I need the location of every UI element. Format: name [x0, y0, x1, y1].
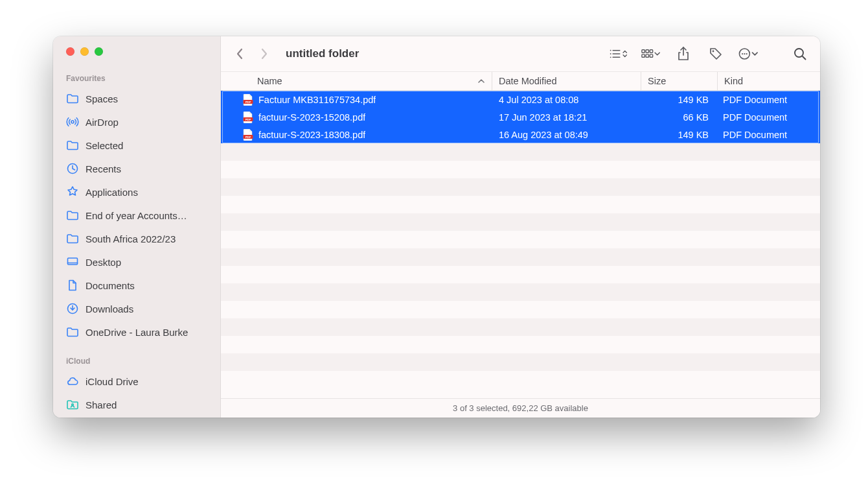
sidebar-item[interactable]: AirDrop [53, 110, 220, 134]
svg-rect-14 [646, 50, 648, 53]
sidebar-item[interactable]: Selected [53, 134, 220, 157]
pdf-file-icon: PDF [243, 129, 253, 141]
file-size: 149 KB [678, 95, 709, 105]
tags-button[interactable] [706, 44, 725, 64]
svg-line-26 [803, 56, 806, 60]
column-kind-label: Kind [724, 76, 743, 86]
sidebar-item[interactable]: Spaces [53, 87, 220, 110]
column-date-modified[interactable]: Date Modified [492, 72, 641, 90]
empty-row [221, 283, 820, 301]
share-button[interactable] [674, 44, 693, 64]
actions-menu-button[interactable] [738, 44, 758, 64]
status-text: 3 of 3 selected, 692,22 GB available [453, 403, 588, 413]
cloud-icon [66, 375, 79, 388]
sidebar-item[interactable]: South Africa 2022/23 [53, 227, 220, 250]
minimize-window-button[interactable] [80, 47, 89, 56]
empty-row [221, 353, 820, 371]
file-name: Factuur MKB311675734.pdf [258, 95, 376, 105]
svg-text:PDF: PDF [246, 100, 251, 103]
sidebar-section-label: iCloud [53, 354, 220, 370]
file-size: 149 KB [678, 130, 709, 140]
apps-icon [66, 185, 79, 198]
svg-point-22 [742, 53, 743, 54]
sidebar-item[interactable]: Recents [53, 157, 220, 180]
sidebar-section-label: Favourites [53, 71, 220, 87]
file-name: factuur-S-2023-18308.pdf [258, 130, 365, 140]
column-size-label: Size [648, 76, 666, 86]
sidebar: FavouritesSpacesAirDropSelectedRecentsAp… [53, 36, 221, 418]
sidebar-item[interactable]: iCloud Drive [53, 370, 220, 393]
desktop-icon [66, 255, 79, 268]
svg-rect-13 [642, 50, 645, 53]
folder-icon [66, 139, 79, 152]
file-name: factuur-S-2023-15208.pdf [258, 112, 365, 123]
svg-point-0 [71, 121, 74, 123]
sidebar-item-label: iCloud Drive [86, 376, 211, 387]
svg-point-24 [746, 53, 748, 54]
download-icon [66, 302, 79, 315]
file-list[interactable]: PDF Factuur MKB311675734.pdf 4 Jul 2023 … [221, 91, 820, 398]
sidebar-item-label: Selected [86, 140, 211, 151]
file-row[interactable]: PDF Factuur MKB311675734.pdf 4 Jul 2023 … [221, 91, 820, 108]
search-button[interactable] [790, 44, 810, 64]
sidebar-item[interactable]: Shared [53, 393, 220, 416]
file-date: 4 Jul 2023 at 08:08 [499, 95, 578, 105]
sidebar-item-label: Spaces [86, 93, 211, 104]
sidebar-item-label: Shared [86, 399, 211, 410]
empty-row [221, 301, 820, 318]
shared-icon [66, 398, 79, 411]
column-header: Name Date Modified Size Kind [221, 71, 820, 91]
svg-rect-16 [642, 54, 645, 57]
empty-row [221, 318, 820, 336]
file-row[interactable]: PDF factuur-S-2023-18308.pdf 16 Aug 2023… [221, 126, 820, 143]
svg-rect-15 [650, 50, 652, 53]
sidebar-item-label: Desktop [86, 257, 211, 268]
group-by-button[interactable] [641, 44, 661, 64]
svg-point-23 [744, 53, 745, 54]
sort-ascending-icon [477, 78, 485, 84]
sidebar-item-label: End of year Accounts… [86, 210, 211, 221]
back-button[interactable] [230, 44, 249, 64]
sidebar-item[interactable]: Documents [53, 274, 220, 297]
svg-point-7 [610, 50, 611, 51]
folder-icon [66, 92, 79, 105]
folder-icon [66, 232, 79, 245]
window-controls [53, 47, 220, 56]
file-row[interactable]: PDF factuur-S-2023-15208.pdf 17 Jun 2023… [221, 108, 820, 126]
zoom-window-button[interactable] [95, 47, 103, 56]
view-mode-button[interactable] [609, 44, 628, 64]
column-name[interactable]: Name [221, 72, 492, 90]
doc-icon [66, 279, 79, 292]
empty-row [221, 336, 820, 353]
pdf-file-icon: PDF [243, 112, 253, 123]
svg-rect-18 [650, 54, 652, 57]
file-kind: PDF Document [723, 95, 787, 105]
sidebar-item[interactable]: End of year Accounts… [53, 204, 220, 227]
empty-row [221, 196, 820, 213]
sidebar-item-label: Documents [86, 280, 211, 291]
svg-rect-2 [68, 258, 78, 265]
forward-button[interactable] [255, 44, 274, 64]
column-date-label: Date Modified [499, 76, 556, 86]
column-kind[interactable]: Kind [718, 72, 820, 90]
svg-point-20 [713, 51, 714, 53]
sidebar-item[interactable]: Applications [53, 180, 220, 204]
file-kind: PDF Document [723, 112, 787, 123]
folder-icon [66, 325, 79, 338]
file-size: 66 KB [683, 112, 709, 123]
sidebar-item[interactable]: OneDrive - Laura Burke [53, 320, 220, 344]
sidebar-item[interactable]: Desktop [53, 250, 220, 274]
empty-row [221, 213, 820, 231]
close-window-button[interactable] [66, 47, 74, 56]
svg-point-25 [795, 49, 803, 57]
sidebar-item-label: Downloads [86, 303, 211, 314]
sidebar-item-label: Recents [86, 163, 211, 174]
sidebar-item[interactable]: Downloads [53, 297, 220, 320]
folder-icon [66, 209, 79, 222]
sidebar-item-label: OneDrive - Laura Burke [86, 327, 211, 338]
main-pane: untitled folder [221, 36, 820, 418]
file-date: 17 Jun 2023 at 18:21 [499, 112, 587, 123]
toolbar-actions [609, 44, 758, 64]
svg-text:PDF: PDF [246, 135, 251, 138]
column-size[interactable]: Size [641, 72, 718, 90]
